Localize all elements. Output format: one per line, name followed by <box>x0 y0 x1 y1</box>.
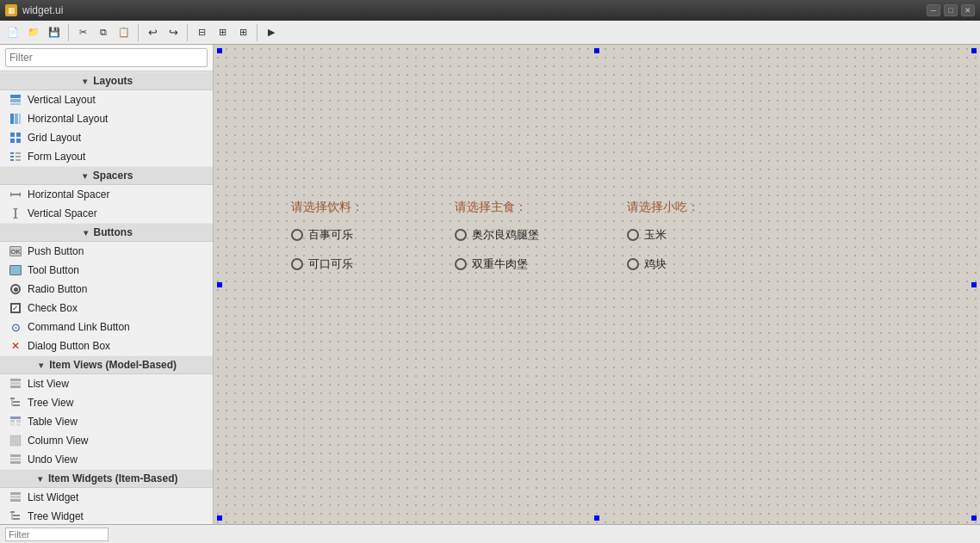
category-spacers: ▾ Spacers <box>0 166 213 185</box>
toolbar: 📄 📁 💾 ✂ ⧉ 📋 ↩ ↪ ⊟ ⊞ ⊞ ▶ <box>0 21 980 45</box>
layout-v-button[interactable]: ⊞ <box>213 23 232 42</box>
preview-button[interactable]: ▶ <box>262 23 281 42</box>
save-button[interactable]: 💾 <box>45 23 64 42</box>
food-label-2: 双重牛肉堡 <box>472 256 528 272</box>
handle-tl[interactable] <box>217 48 222 53</box>
sidebar-item-vertical-spacer[interactable]: Vertical Spacer <box>0 204 213 223</box>
food-option-2[interactable]: 双重牛肉堡 <box>455 256 575 272</box>
handle-bc[interactable] <box>594 515 599 521</box>
column-view-icon <box>9 434 22 447</box>
food-option-1[interactable]: 奥尔良鸡腿堡 <box>455 227 575 243</box>
drink-option-1[interactable]: 百事可乐 <box>291 227 403 243</box>
new-button[interactable]: 📄 <box>3 23 22 42</box>
drink-radio-1[interactable] <box>291 229 303 241</box>
sidebar-item-column-view[interactable]: Column View <box>0 431 213 450</box>
horizontal-layout-icon <box>9 112 22 126</box>
cut-button[interactable]: ✂ <box>73 23 92 42</box>
sidebar-item-push-button[interactable]: OK Push Button <box>0 242 213 261</box>
svg-rect-28 <box>13 404 20 406</box>
collapse-arrow-buttons[interactable]: ▾ <box>80 228 90 238</box>
sidebar-item-radio-button[interactable]: Radio Button <box>0 280 213 299</box>
svg-rect-5 <box>19 114 21 124</box>
collapse-arrow-layouts[interactable]: ▾ <box>80 77 90 86</box>
sidebar-item-tree-view[interactable]: Tree View <box>0 393 213 412</box>
snack-option-2[interactable]: 鸡块 <box>627 256 713 272</box>
filter-bar <box>0 45 213 71</box>
sidebar-item-list-widget[interactable]: List Widget <box>0 488 213 507</box>
sidebar-item-undo-view[interactable]: Undo View <box>0 450 213 469</box>
sidebar-item-list-view[interactable]: List View <box>0 374 213 393</box>
minimize-button[interactable]: ─ <box>927 4 940 16</box>
svg-marker-20 <box>13 208 18 211</box>
svg-rect-39 <box>10 461 21 464</box>
sidebar-item-table-view[interactable]: Table View <box>0 412 213 431</box>
category-item-widgets: ▾ Item Widgets (Item-Based) <box>0 469 213 488</box>
sidebar-item-horizontal-spacer[interactable]: Horizontal Spacer <box>0 185 213 204</box>
grid-layout-icon <box>9 131 22 145</box>
collapse-arrow-spacers[interactable]: ▾ <box>79 171 90 181</box>
app-icon: ▦ <box>5 4 17 16</box>
svg-rect-36 <box>19 435 21 446</box>
collapse-arrow-widgets[interactable]: ▾ <box>35 474 46 484</box>
sidebar: ▾ Layouts Vertical Layout Horizontal Lay… <box>0 45 214 524</box>
svg-rect-6 <box>10 133 15 137</box>
restore-button[interactable]: □ <box>944 4 958 16</box>
sidebar-item-dialog-button[interactable]: ✕ Dialog Button Box <box>0 336 213 355</box>
sidebar-item-check-box[interactable]: ✓ Check Box <box>0 299 213 318</box>
svg-rect-7 <box>16 133 21 137</box>
handle-bl[interactable] <box>217 515 222 521</box>
push-button-icon: OK <box>9 244 22 258</box>
food-radio-2[interactable] <box>455 258 467 270</box>
canvas-area[interactable]: 请选择饮料： 百事可乐 可口可乐 请选择主食： 奥尔良鸡腿堡 <box>214 45 980 524</box>
check-box-icon: ✓ <box>9 301 22 315</box>
drink-radio-2[interactable] <box>291 258 303 270</box>
radio-group-food: 请选择主食： 奥尔良鸡腿堡 双重牛肉堡 <box>455 200 575 286</box>
form-layout-icon <box>9 150 22 164</box>
layout-grid-button[interactable]: ⊞ <box>233 23 252 42</box>
handle-mr[interactable] <box>971 282 977 287</box>
toolbar-separator-1 <box>68 24 69 41</box>
close-button[interactable]: ✕ <box>961 4 975 16</box>
sidebar-item-tree-widget[interactable]: Tree Widget <box>0 507 213 524</box>
sidebar-item-vertical-layout[interactable]: Vertical Layout <box>0 90 213 109</box>
open-button[interactable]: 📁 <box>24 23 43 42</box>
food-radio-1[interactable] <box>455 229 467 241</box>
toolbar-separator-3 <box>187 24 188 41</box>
filter-input[interactable] <box>5 48 208 67</box>
snack-radio-2[interactable] <box>627 258 639 270</box>
layout-h-button[interactable]: ⊟ <box>192 23 211 42</box>
redo-button[interactable]: ↪ <box>164 23 183 42</box>
snack-radio-1[interactable] <box>627 229 639 241</box>
handle-tr[interactable] <box>971 48 977 53</box>
status-filter-input[interactable] <box>5 528 109 541</box>
vertical-spacer-icon <box>9 207 22 220</box>
sidebar-item-command-link[interactable]: ⊙ Command Link Button <box>0 318 213 336</box>
svg-rect-2 <box>10 103 21 105</box>
drinks-label: 请选择饮料： <box>291 200 403 215</box>
sidebar-item-grid-layout[interactable]: Grid Layout <box>0 128 213 147</box>
paste-button[interactable]: 📋 <box>115 23 133 42</box>
tree-widget-icon <box>9 509 22 523</box>
title-bar: ▦ widget.ui ─ □ ✕ <box>0 0 980 21</box>
handle-tc[interactable] <box>594 48 599 53</box>
undo-button[interactable]: ↩ <box>143 23 162 42</box>
handle-br[interactable] <box>971 515 977 521</box>
collapse-arrow-views[interactable]: ▾ <box>36 361 47 370</box>
food-label: 请选择主食： <box>455 200 575 215</box>
handle-ml[interactable] <box>217 282 222 287</box>
sidebar-item-tool-button[interactable]: Tool Button <box>0 261 213 280</box>
svg-rect-9 <box>16 139 21 143</box>
sidebar-item-horizontal-layout[interactable]: Horizontal Layout <box>0 109 213 128</box>
sidebar-item-form-layout[interactable]: Form Layout <box>0 147 213 166</box>
vertical-layout-icon <box>9 93 22 107</box>
drink-option-2[interactable]: 可口可乐 <box>291 256 403 272</box>
radio-groups-container: 请选择饮料： 百事可乐 可口可乐 请选择主食： 奥尔良鸡腿堡 <box>291 200 713 286</box>
svg-rect-40 <box>10 492 21 495</box>
svg-rect-46 <box>13 518 20 520</box>
svg-rect-15 <box>16 159 21 161</box>
tree-view-icon <box>9 396 22 410</box>
svg-rect-30 <box>10 420 15 423</box>
snack-option-1[interactable]: 玉米 <box>627 227 713 243</box>
svg-marker-21 <box>13 216 18 219</box>
copy-button[interactable]: ⧉ <box>94 23 113 42</box>
